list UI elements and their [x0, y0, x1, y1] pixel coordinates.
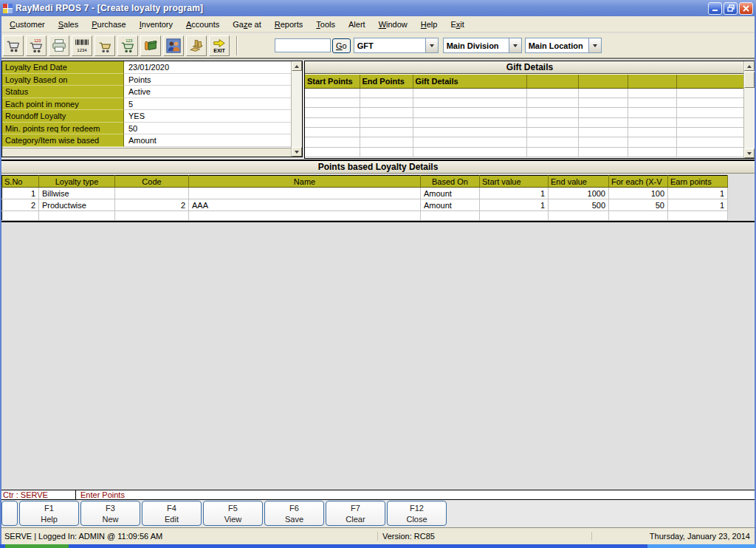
product-combo[interactable]: GFT [354, 38, 439, 53]
table-cell [360, 147, 413, 157]
table-row[interactable] [305, 117, 743, 127]
column-header[interactable] [676, 75, 743, 88]
fkey-close-button[interactable]: F12Close [387, 501, 447, 526]
table-row[interactable] [305, 108, 743, 117]
purchase-cart-button[interactable] [94, 35, 115, 56]
customers-button[interactable] [163, 35, 184, 56]
menu-item-gaze-at[interactable]: Gaze at [226, 18, 268, 31]
table-row[interactable] [305, 88, 743, 97]
chevron-down-icon[interactable] [425, 38, 438, 52]
column-header[interactable]: Based On [421, 176, 480, 188]
menu-item-help[interactable]: Help [414, 18, 444, 31]
fkey-blank-button[interactable] [1, 501, 18, 526]
column-header[interactable]: End value [549, 176, 609, 188]
column-header[interactable] [526, 75, 578, 88]
scroll-down-icon[interactable] [744, 148, 755, 158]
table-row[interactable] [305, 147, 743, 157]
go-button[interactable]: Go [332, 38, 351, 53]
scroll-up-icon[interactable] [292, 61, 302, 71]
print-button[interactable] [49, 35, 69, 56]
menu-item-purchase[interactable]: Purchase [85, 18, 132, 31]
table-row[interactable] [305, 97, 743, 107]
fkey-new-button[interactable]: F3New [80, 501, 140, 526]
form-value[interactable]: Active [124, 86, 291, 98]
menu-item-accounts[interactable]: Accounts [179, 18, 226, 31]
location-combo[interactable]: Main Location [525, 38, 602, 53]
form-row[interactable]: Category/Item wise based Amount [2, 134, 291, 147]
column-header[interactable]: S.No [2, 176, 39, 188]
column-header[interactable]: End Points [360, 75, 413, 88]
fkey-view-button[interactable]: F5View [203, 501, 263, 526]
form-value[interactable]: 5 [124, 98, 291, 111]
start-button[interactable] [5, 544, 69, 548]
column-header[interactable]: For each (X-V [609, 176, 668, 188]
menu-item-tools[interactable]: Tools [309, 18, 342, 31]
form-value[interactable]: YES [124, 110, 291, 123]
menu-item-reports[interactable]: Reports [268, 18, 310, 31]
column-header[interactable]: Gift Details [413, 75, 526, 88]
gift-details-panel: Gift Details Start PointsEnd PointsGift … [304, 61, 755, 159]
horizontal-scrollbar[interactable] [2, 148, 291, 157]
menu-item-inventory[interactable]: Inventory [133, 18, 179, 31]
close-button[interactable] [739, 2, 753, 15]
form-value[interactable]: Points [124, 74, 291, 86]
form-vertical-scrollbar[interactable] [291, 61, 302, 157]
scroll-down-icon[interactable] [292, 147, 302, 157]
table-cell [413, 88, 526, 97]
minimize-button[interactable] [708, 2, 722, 15]
scroll-thumb[interactable] [744, 72, 755, 88]
os-taskbar[interactable] [0, 544, 756, 548]
table-row[interactable] [2, 211, 728, 221]
window-title: RayMedi RPOS 7 - [Create loyalty program… [16, 3, 203, 13]
column-header[interactable] [578, 75, 628, 88]
menu-item-customer[interactable]: Customer [3, 18, 52, 31]
column-header[interactable]: Start Points [305, 75, 360, 88]
menu-item-alert[interactable]: Alert [342, 18, 372, 31]
chevron-down-icon[interactable] [509, 38, 521, 52]
system-tray[interactable] [647, 544, 756, 548]
form-value[interactable]: 50 [124, 123, 291, 135]
gift-vertical-scrollbar[interactable] [743, 61, 755, 158]
column-header[interactable]: Code [115, 176, 189, 188]
table-cell [360, 137, 413, 147]
sales-cart-button[interactable] [3, 35, 24, 56]
table-row[interactable] [305, 128, 743, 137]
form-row[interactable]: Loyalty Based on Points [2, 74, 291, 86]
table-cell [526, 137, 578, 147]
search-input[interactable] [275, 38, 331, 52]
division-combo[interactable]: Main Division [443, 38, 522, 53]
scroll-up-icon[interactable] [744, 61, 755, 71]
exit-button[interactable]: EXIT [209, 35, 230, 56]
form-row[interactable]: Loyalty End Date 23/01/2020 [2, 61, 291, 74]
purchase-order-cart-button[interactable]: 123 [117, 35, 138, 56]
form-row[interactable]: Min. points req for redeem 50 [2, 123, 291, 135]
fkey-help-button[interactable]: F1Help [19, 501, 79, 526]
accounts-ledger-button[interactable] [140, 35, 161, 56]
menu-item-exit[interactable]: Exit [444, 18, 470, 31]
fkey-save-button[interactable]: F6Save [264, 501, 324, 526]
form-row[interactable]: Roundoff Loyalty YES [2, 110, 291, 123]
fkey-edit-button[interactable]: F4Edit [142, 501, 202, 526]
table-cell: 1 [2, 188, 39, 199]
form-row[interactable]: Each point in money 5 [2, 98, 291, 111]
fkey-clear-button[interactable]: F7Clear [326, 501, 385, 526]
column-header[interactable]: Start value [480, 176, 549, 188]
menu-item-window[interactable]: Window [372, 18, 414, 31]
table-row[interactable]: 2Productwise2AAAAmount1500501 [2, 199, 728, 211]
column-header[interactable]: Earn points [668, 176, 728, 188]
column-header[interactable]: Name [189, 176, 421, 188]
form-row[interactable]: Status Active [2, 86, 291, 98]
barcode-button[interactable]: 1234 [72, 35, 92, 56]
restore-button[interactable] [724, 2, 738, 15]
table-row[interactable]: 1BillwiseAmount110001001 [2, 188, 728, 199]
form-value[interactable]: 23/01/2020 [124, 61, 291, 74]
form-value[interactable]: Amount [124, 134, 291, 147]
column-header[interactable]: Loyalty type [39, 176, 115, 188]
table-cell: 50 [609, 199, 668, 211]
billing-cart-button[interactable]: 123 [26, 35, 47, 56]
payments-button[interactable] [186, 35, 207, 56]
menu-item-sales[interactable]: Sales [52, 18, 86, 31]
table-row[interactable] [305, 137, 743, 147]
column-header[interactable] [628, 75, 676, 88]
chevron-down-icon[interactable] [588, 38, 601, 52]
